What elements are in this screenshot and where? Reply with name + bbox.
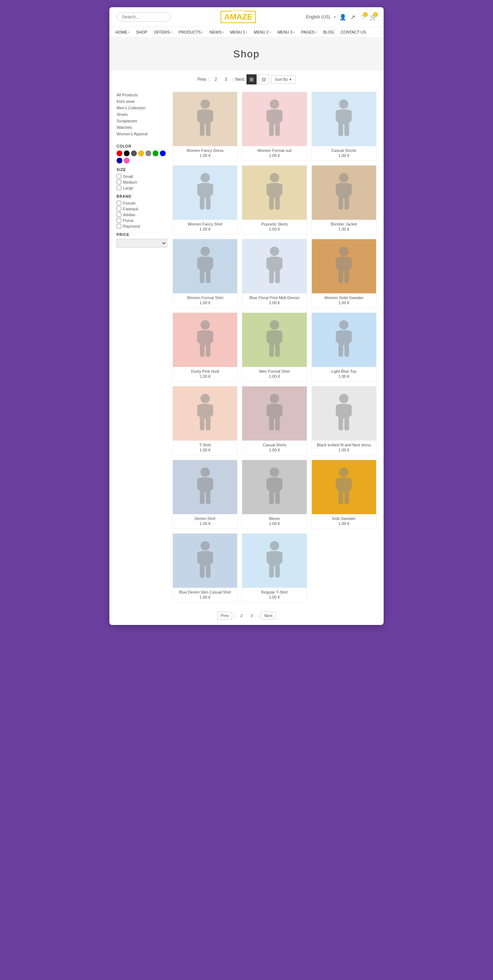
- sidebar-item-mens-collection[interactable]: Men's Collection: [116, 105, 167, 111]
- color-swatch-darkblue[interactable]: [116, 158, 122, 164]
- page-num-3-top[interactable]: 3: [222, 75, 230, 83]
- svg-rect-104: [336, 478, 340, 490]
- svg-rect-16: [339, 123, 343, 136]
- product-card-9[interactable]: Dusty Pink Hudi1.00 €: [173, 312, 237, 382]
- sidebar-item-womens-apperal[interactable]: Women's Apperal: [116, 130, 167, 137]
- product-name-17: Kids Sweater: [313, 516, 375, 521]
- next-button-top[interactable]: Next: [235, 77, 244, 82]
- brand-fossile[interactable]: Fossile: [116, 200, 167, 205]
- nav-news[interactable]: NEWS ▾: [207, 27, 226, 37]
- product-card-12[interactable]: T-Shirt1.00 €: [173, 386, 237, 455]
- product-card-14[interactable]: Black knitted fit and flare dress1.00 €: [312, 386, 377, 455]
- svg-rect-8: [266, 110, 270, 122]
- product-price-19: 1.00 €: [242, 595, 306, 599]
- color-swatch-blue[interactable]: [160, 151, 165, 156]
- svg-rect-80: [266, 404, 270, 416]
- cart-icon[interactable]: 🛒 0: [370, 14, 377, 20]
- product-card-15[interactable]: Denim Shirt1.00 €: [173, 460, 237, 529]
- product-price-17: 1.00 €: [312, 522, 376, 526]
- prev-button-bottom[interactable]: Prev: [217, 612, 232, 619]
- color-swatches: [116, 151, 167, 164]
- next-button-bottom[interactable]: Next: [261, 612, 276, 619]
- svg-rect-40: [200, 270, 204, 283]
- svg-rect-29: [275, 197, 280, 210]
- wishlist-icon[interactable]: ♡ 0: [360, 14, 366, 20]
- brand-section-title: BRAND: [116, 194, 167, 199]
- sort-by-button[interactable]: Sort By ▾: [271, 75, 296, 84]
- logo[interactable]: Theme AMAZE: [221, 11, 256, 23]
- product-card-2[interactable]: Casual Shorts1.00 €: [312, 92, 377, 161]
- color-swatch-yellow[interactable]: [138, 151, 144, 156]
- product-card-17[interactable]: Kids Sweater1.00 €: [312, 460, 377, 529]
- product-card-19[interactable]: Regular T-Shirt1.00 €: [242, 533, 307, 603]
- svg-rect-83: [275, 418, 280, 431]
- product-name-7: Blue Floral Print Midi Dresss: [243, 296, 305, 300]
- product-card-7[interactable]: Blue Floral Print Midi Dresss1.00 €: [242, 239, 307, 308]
- color-swatch-red[interactable]: [116, 151, 122, 156]
- product-card-13[interactable]: Casual Shirts1.00 €: [242, 386, 307, 455]
- brand-fastrack[interactable]: Fastrack: [116, 207, 167, 211]
- color-swatch-pink[interactable]: [124, 158, 130, 164]
- page-num-2-bottom[interactable]: 2: [237, 612, 245, 619]
- color-swatch-green[interactable]: [153, 151, 159, 156]
- svg-rect-11: [275, 123, 280, 136]
- color-swatch-gray[interactable]: [131, 151, 137, 156]
- nav-menu2[interactable]: MENU 2 ▾: [251, 27, 274, 37]
- product-name-1: Women Formal suit: [243, 148, 305, 153]
- nav-contact[interactable]: CONTACT US: [338, 27, 369, 37]
- sidebar-item-all-products[interactable]: All Products: [116, 92, 167, 98]
- price-select[interactable]: [116, 239, 167, 248]
- nav-offers[interactable]: OFFERS ▾: [151, 27, 175, 37]
- product-card-16[interactable]: Blezer1.00 €: [242, 460, 307, 529]
- product-card-11[interactable]: Light Blue Top1.00 €: [312, 312, 377, 382]
- brand-puma[interactable]: Puma: [116, 218, 167, 223]
- svg-rect-113: [206, 565, 210, 578]
- product-card-3[interactable]: Women Fancy Shirt1.00 €: [173, 165, 237, 234]
- nav-menu1[interactable]: MENU 1 ▾: [228, 27, 250, 37]
- grid-view-3-button[interactable]: ⊞: [247, 74, 257, 84]
- sidebar-item-kids-wear[interactable]: Kid's wear: [116, 98, 167, 105]
- language-selector[interactable]: English (US): [306, 14, 330, 19]
- nav-blog[interactable]: BLOG: [320, 27, 337, 37]
- size-options: Small Medium Large: [116, 174, 167, 190]
- brand-adidas[interactable]: Adidas: [116, 212, 167, 217]
- product-name-18: Blue Denim Slim Casual Shirt: [174, 590, 236, 594]
- sidebar-item-sunglasses[interactable]: Sunglasses: [116, 118, 167, 124]
- user-icon[interactable]: 👤: [340, 14, 346, 20]
- product-card-5[interactable]: Bomber Jacket1.00 €: [312, 165, 377, 234]
- color-swatch-lightgray[interactable]: [145, 151, 151, 156]
- prev-button-top[interactable]: Prev: [197, 77, 207, 82]
- product-card-8[interactable]: Women Solid Sweater1.00 €: [312, 239, 377, 308]
- nav-products[interactable]: PRODUCTS ▾: [176, 27, 206, 37]
- sidebar-item-watches[interactable]: Watches: [116, 124, 167, 130]
- size-medium[interactable]: Medium: [116, 180, 167, 185]
- product-card-4[interactable]: Popnetic Skirts1.00 €: [242, 165, 307, 234]
- brand-raymond[interactable]: Raymond: [116, 224, 167, 228]
- color-swatch-black[interactable]: [124, 151, 130, 156]
- product-card-10[interactable]: Men Formal Shirt1.00 €: [242, 312, 307, 382]
- page-num-3-bottom[interactable]: 3: [248, 612, 256, 619]
- grid-view-2-button[interactable]: ⊟: [259, 74, 269, 84]
- svg-rect-14: [336, 110, 340, 122]
- search-input[interactable]: [116, 12, 171, 22]
- size-small[interactable]: Small: [116, 174, 167, 178]
- sidebar-item-shoes[interactable]: Shoes: [116, 111, 167, 118]
- product-price-13: 1.00 €: [242, 448, 306, 452]
- page-num-2-top[interactable]: 2: [212, 75, 220, 83]
- product-card-0[interactable]: Women Fancy Dress1.00 €: [173, 92, 237, 161]
- svg-rect-77: [206, 418, 210, 431]
- size-large[interactable]: Large: [116, 186, 167, 190]
- product-card-1[interactable]: Women Formal suit1.00 €: [242, 92, 307, 161]
- product-card-18[interactable]: Blue Denim Slim Casual Shirt1.00 €: [173, 533, 237, 603]
- svg-point-108: [200, 541, 210, 550]
- nav-menu3[interactable]: MENU 3 ▾: [275, 27, 297, 37]
- svg-point-72: [200, 394, 210, 403]
- product-card-6[interactable]: Women Formal Shirt1.00 €: [173, 239, 237, 308]
- nav-pages[interactable]: PAGES ▾: [299, 27, 319, 37]
- nav-shop[interactable]: SHOP: [134, 27, 150, 37]
- navigation: HOME ▾ SHOP OFFERS ▾ PRODUCTS ▾ NEWS ▾ M…: [109, 27, 384, 38]
- main-container: Theme AMAZE English (US) ▾ 👤 ↗ ♡ 0 🛒 0 H…: [109, 7, 384, 625]
- logo-theme-label: Theme: [232, 9, 244, 12]
- share-icon[interactable]: ↗: [350, 14, 356, 20]
- nav-home[interactable]: HOME ▾: [113, 27, 132, 37]
